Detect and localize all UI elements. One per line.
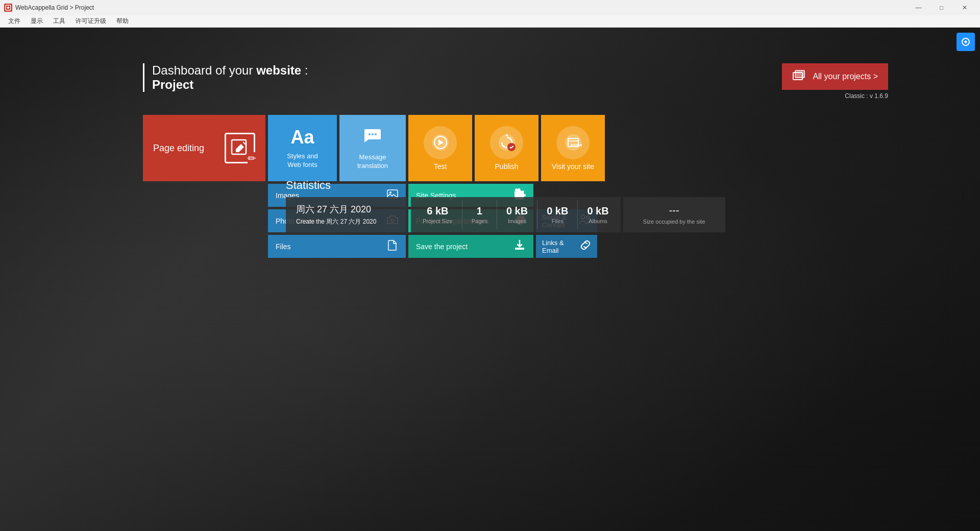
- tile-links-email[interactable]: Links & Email: [536, 235, 597, 258]
- stats-row: 周六 27 六月 2020 Create the 周六 27 六月 2020 6…: [286, 197, 796, 232]
- statistics-section: Statistics 周六 27 六月 2020 Create the 周六 2…: [286, 179, 796, 232]
- edit-icon: [225, 133, 255, 163]
- publish-label: Publish: [495, 162, 519, 171]
- create-value: 周六 27 六月 2020: [326, 218, 376, 225]
- styles-label: Styles andWeb fonts: [287, 152, 318, 170]
- site-size-inner: --- Size occupied by the site: [643, 205, 705, 225]
- menubar: 文件 显示 工具 许可证升级 帮助: [0, 15, 980, 28]
- images-stat-label: Images: [508, 218, 526, 224]
- all-projects-label: All your projects >: [813, 72, 878, 81]
- link-icon: [580, 239, 591, 253]
- projects-icon: [792, 69, 806, 84]
- tile-save-project[interactable]: Save the project: [408, 235, 533, 258]
- tile-test[interactable]: Test: [408, 115, 472, 181]
- menu-license[interactable]: 许可证升级: [71, 16, 110, 27]
- teal-row-3: Save the project Links & Email: [408, 235, 605, 258]
- dashboard-prefix: Dashboard of your: [152, 63, 256, 77]
- date-main: 周六 27 六月 2020: [296, 203, 398, 215]
- titlebar-controls: — □ ✕: [907, 0, 976, 15]
- svg-rect-2: [795, 70, 804, 78]
- test-label: Test: [434, 162, 447, 171]
- version-text: Classic : v 1.6.9: [845, 92, 888, 100]
- minimize-button[interactable]: —: [907, 0, 930, 15]
- app-title: WebAcappella Grid > Project: [15, 4, 94, 11]
- menu-help[interactable]: 帮助: [112, 16, 133, 27]
- dashboard-colon: :: [301, 63, 308, 77]
- tile-publish[interactable]: Publish: [475, 115, 538, 181]
- publish-circle-icon: [490, 126, 523, 159]
- menu-file[interactable]: 文件: [4, 16, 24, 27]
- pages-value: 1: [477, 205, 482, 217]
- maximize-button[interactable]: □: [930, 0, 953, 15]
- file-icon: [387, 239, 398, 253]
- settings-icon-button[interactable]: [957, 33, 975, 51]
- fonts-icon: Aa: [290, 127, 314, 148]
- albums-value: 0 kB: [587, 205, 608, 217]
- stat-images: 0 kB Images: [497, 200, 537, 229]
- svg-text:WWW: WWW: [571, 143, 582, 148]
- files-stat-label: Files: [552, 218, 564, 224]
- project-size-label: Project Size: [423, 218, 453, 224]
- project-name: Project: [152, 78, 308, 92]
- stat-numbers: 6 kB Project Size 1 Pages 0 kB Images 0 …: [411, 197, 621, 232]
- stat-pages: 1 Pages: [462, 200, 497, 229]
- files-value: 0 kB: [547, 205, 568, 217]
- stat-date: 周六 27 六月 2020 Create the 周六 27 六月 2020: [286, 197, 408, 232]
- dashboard-title-section: Dashboard of your website : Project: [143, 63, 308, 92]
- create-label: Create the: [296, 218, 325, 225]
- project-size-value: 6 kB: [427, 205, 448, 217]
- message-label: Messagetranslation: [357, 153, 388, 171]
- pages-label: Pages: [472, 218, 487, 224]
- site-size-value: ---: [669, 205, 679, 216]
- stat-project-size: 6 kB Project Size: [413, 200, 462, 229]
- top-row-middle: Aa Styles andWeb fonts: [268, 115, 406, 181]
- tile-visit[interactable]: WWW Visit your site: [541, 115, 605, 181]
- test-circle-icon: [424, 126, 457, 159]
- svg-point-5: [372, 133, 374, 135]
- menu-tools[interactable]: 工具: [49, 16, 69, 27]
- save-project-label: Save the project: [416, 243, 468, 251]
- links-email-label: Links & Email: [542, 239, 580, 254]
- site-size-label: Size occupied by the site: [643, 219, 705, 225]
- stat-site-size: --- Size occupied by the site: [623, 197, 725, 232]
- app-icon: [4, 4, 12, 12]
- main-content: Dashboard of your website : Project All …: [0, 28, 980, 531]
- svg-rect-19: [515, 248, 524, 250]
- images-value: 0 kB: [506, 205, 528, 217]
- files-label: Files: [276, 243, 291, 251]
- download-icon: [513, 239, 526, 254]
- dashboard: Dashboard of your website : Project All …: [143, 63, 888, 258]
- stat-files: 0 kB Files: [537, 200, 578, 229]
- visit-label: Visit your site: [552, 162, 594, 171]
- close-button[interactable]: ✕: [953, 0, 976, 15]
- tile-styles[interactable]: Aa Styles andWeb fonts: [268, 115, 337, 181]
- visit-circle-icon: WWW: [556, 126, 590, 159]
- tile-message[interactable]: Messagetranslation: [339, 115, 406, 181]
- albums-label: Albums: [589, 218, 607, 224]
- svg-point-6: [375, 133, 377, 135]
- action-tiles-row: Test Publish: [408, 115, 605, 181]
- message-icon: [363, 126, 382, 149]
- svg-point-14: [565, 134, 581, 151]
- svg-point-4: [369, 133, 371, 135]
- header-right: All your projects > Classic : v 1.6.9: [782, 63, 888, 100]
- tile-page-editing[interactable]: Page editing: [143, 115, 265, 181]
- dashboard-header: Dashboard of your website : Project All …: [143, 63, 888, 100]
- titlebar: WebAcappella Grid > Project — □ ✕: [0, 0, 980, 15]
- titlebar-left: WebAcappella Grid > Project: [4, 4, 94, 12]
- date-sub: Create the 周六 27 六月 2020: [296, 218, 398, 226]
- stat-albums: 0 kB Albums: [578, 200, 618, 229]
- page-editing-label: Page editing: [153, 143, 204, 154]
- dashboard-bold: website: [256, 63, 301, 77]
- tile-files[interactable]: Files: [268, 235, 406, 258]
- dashboard-title: Dashboard of your website :: [152, 63, 308, 78]
- menu-display[interactable]: 显示: [27, 16, 47, 27]
- statistics-title: Statistics: [286, 179, 796, 192]
- all-projects-button[interactable]: All your projects >: [782, 63, 888, 90]
